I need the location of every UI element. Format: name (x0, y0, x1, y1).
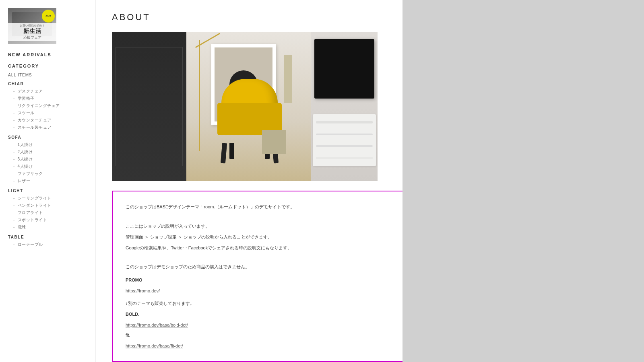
fit-link[interactable]: https://fromo.dev/base/fit-dot/ (126, 343, 183, 348)
promo-link[interactable]: https://fromo.dev/ (126, 288, 160, 293)
logo-badge: 2023 (42, 10, 55, 23)
light-item-ceiling[interactable]: シーリングライト (8, 195, 87, 202)
chiar-item-reclining[interactable]: リクライニングチェア (8, 102, 87, 109)
light-group: LIGHT シーリングライト ペンダントライト フロアライト スポットライト 電… (8, 189, 87, 231)
new-arrivals-label[interactable]: NEW ARRIVALS (8, 52, 87, 57)
logo-overlay: お買い得品を紹介！ 新生活 応援フェア (8, 23, 56, 41)
chiar-item-study[interactable]: 学習椅子 (8, 95, 87, 102)
about-line-2: ここにはショップの説明が入っています。 (126, 222, 392, 230)
about-line-5: このショップはデモショップのため商品の購入はできません。 (126, 263, 392, 271)
about-line-1: このショップはBASEデザインテーマ「room.（ルームドット）」のデモサイトで… (126, 203, 392, 211)
bold-label: BOLD. (126, 310, 392, 319)
sidebar: 2023 お買い得品を紹介！ 新生活 応援フェア NEW ARRIVALS CA… (0, 0, 96, 362)
sofa-title: SOFA (8, 135, 87, 140)
light-item-pendant[interactable]: ペンダントライト (8, 202, 87, 209)
page-title: ABOUT (112, 12, 386, 23)
sofa-item-leather[interactable]: レザー (8, 177, 87, 185)
chiar-item-counter[interactable]: カウンターチェア (8, 117, 87, 124)
sofa-item-1[interactable]: 1人掛け (8, 141, 87, 148)
light-title: LIGHT (8, 189, 87, 193)
light-item-spot[interactable]: スポットライト (8, 216, 87, 224)
chiar-item-stool[interactable]: スツール (8, 109, 87, 117)
chiar-group: CHIAR デスクチェア 学習椅子 リクライニングチェア スツール カウンターチ… (8, 82, 87, 131)
category-label: CATEGORY (8, 64, 87, 68)
all-items-nav[interactable]: ALL ITEMS (8, 72, 87, 78)
chiar-item-desk[interactable]: デスクチェア (8, 88, 87, 95)
about-box: このショップはBASEデザインテーマ「room.（ルームドット）」のデモサイトで… (112, 191, 402, 362)
light-item-floor[interactable]: フロアライト (8, 209, 87, 216)
chiar-item-steel[interactable]: スチール製チェア (8, 124, 87, 131)
hero-image (112, 32, 378, 181)
promo-label: PROMO (126, 276, 392, 284)
about-line-4: Googleの検索結果や、Twitter・Facebookでシェアされる時の説明… (126, 244, 392, 252)
sofa-group: SOFA 1人掛け 2人掛け 3人掛け 4人掛け ファブリック レザー (8, 135, 87, 185)
light-item-bulb[interactable]: 電球 (8, 224, 87, 231)
table-group: TABLE ローテーブル (8, 235, 87, 248)
bold-link[interactable]: https://fromo.dev/base/bold-dot/ (126, 323, 188, 327)
sofa-item-2[interactable]: 2人掛け (8, 148, 87, 156)
sidebar-logo[interactable]: 2023 お買い得品を紹介！ 新生活 応援フェア (8, 8, 56, 44)
main-content: ABOUT (96, 0, 402, 362)
sofa-item-fabric[interactable]: ファブリック (8, 170, 87, 177)
about-line-3: 管理画面 ＞ ショップ設定 ＞ ショップの説明から入れることができます。 (126, 233, 392, 241)
table-item-low[interactable]: ローテーブル (8, 241, 87, 248)
chiar-title: CHIAR (8, 82, 87, 86)
table-title: TABLE (8, 235, 87, 239)
sofa-item-4[interactable]: 4人掛け (8, 163, 87, 170)
other-themes-text: ↓別のテーマも販売しております。 (126, 299, 392, 308)
fit-label: fit. (126, 331, 392, 339)
sofa-item-3[interactable]: 3人掛け (8, 156, 87, 163)
